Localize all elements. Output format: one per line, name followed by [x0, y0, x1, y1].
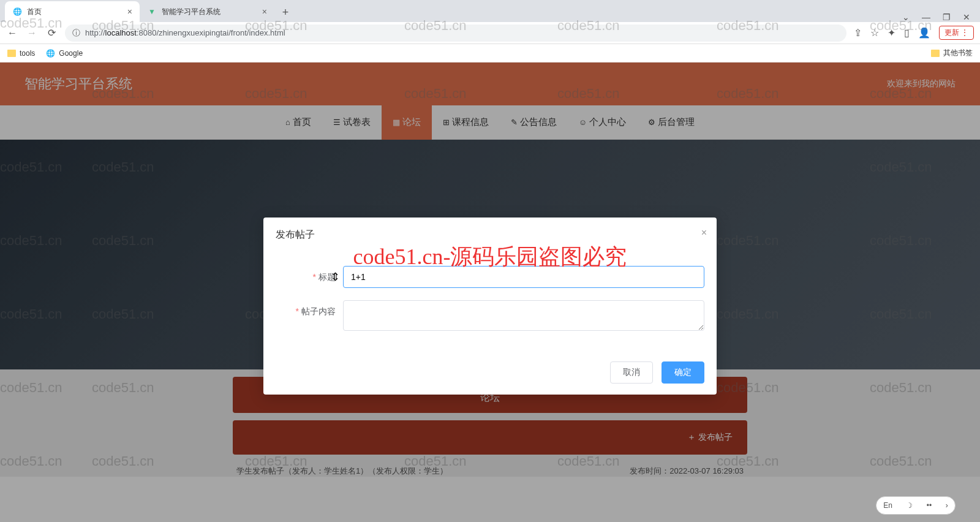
back-button[interactable]: ← — [6, 28, 18, 39]
puzzle-icon[interactable]: ✦ — [888, 27, 895, 39]
browser-toolbar: ← → ⟳ ⓘ http://localhost:8080/zhinengxue… — [0, 22, 980, 44]
bookmark-google[interactable]: 🌐 Google — [46, 49, 83, 58]
browser-tab-2[interactable]: ▼ 智能学习平台系统 × — [140, 1, 274, 22]
reload-button[interactable]: ⟳ — [45, 27, 58, 39]
close-icon[interactable]: × — [127, 7, 132, 17]
vue-icon: ▼ — [147, 7, 157, 17]
folder-icon — [931, 50, 940, 57]
cancel-button[interactable]: 取消 — [610, 361, 653, 384]
url-text: http://localhost:8080/zhinengxuexipingta… — [85, 28, 285, 37]
reader-icon[interactable]: ▯ — [904, 27, 910, 39]
form-row-content: *帖子内容 — [276, 300, 704, 331]
bookmark-other[interactable]: 其他书签 — [931, 48, 973, 58]
browser-tabs-bar: 🌐 首页 × ▼ 智能学习平台系统 × + ⌄ — ❐ ✕ — [0, 0, 980, 22]
new-tab-button[interactable]: + — [277, 4, 294, 21]
globe-icon: 🌐 — [12, 7, 22, 17]
title-input[interactable] — [343, 266, 704, 288]
ime-toolbar[interactable]: En ☽ •• › — [876, 496, 956, 515]
globe-icon: 🌐 — [46, 49, 55, 58]
chevron-down-icon[interactable]: ⌄ — [902, 12, 910, 22]
publish-post-dialog: 发布帖子 × *标题 *帖子内容 取消 确定 — [263, 218, 717, 395]
forward-button: → — [26, 28, 38, 39]
dialog-title: 发布帖子 — [276, 229, 315, 240]
form-row-title: *标题 — [276, 266, 704, 288]
bookmarks-bar: tools 🌐 Google 其他书签 — [0, 44, 980, 62]
tab-title: 首页 — [27, 7, 42, 17]
moon-icon[interactable]: ☽ — [906, 501, 913, 510]
update-button[interactable]: 更新 ⋮ — [939, 26, 974, 40]
tab-title: 智能学习平台系统 — [162, 7, 221, 17]
confirm-button[interactable]: 确定 — [662, 361, 704, 384]
maximize-button[interactable]: ❐ — [943, 12, 951, 22]
dialog-body: *标题 *帖子内容 — [263, 248, 717, 355]
profile-icon[interactable]: 👤 — [918, 27, 930, 39]
close-window-button[interactable]: ✕ — [963, 12, 970, 22]
arrow-icon[interactable]: › — [946, 501, 948, 510]
extension-icons: ⇪ ☆ ✦ ▯ 👤 更新 ⋮ — [854, 26, 974, 40]
close-icon[interactable]: × — [262, 7, 267, 17]
address-bar[interactable]: ⓘ http://localhost:8080/zhinengxuexiping… — [65, 25, 846, 42]
bookmark-tools[interactable]: tools — [7, 49, 35, 58]
content-label: *帖子内容 — [276, 300, 343, 322]
title-label: *标题 — [276, 266, 343, 288]
folder-icon — [7, 50, 16, 57]
content-textarea[interactable] — [343, 300, 704, 331]
info-icon[interactable]: ⓘ — [72, 28, 80, 39]
browser-tab-1[interactable]: 🌐 首页 × — [5, 1, 140, 22]
dialog-footer: 取消 确定 — [263, 355, 717, 395]
close-icon[interactable]: × — [701, 227, 707, 238]
dialog-header: 发布帖子 × — [263, 218, 717, 248]
window-controls: ⌄ — ❐ ✕ — [892, 12, 980, 22]
star-icon[interactable]: ☆ — [870, 27, 879, 39]
minimize-button[interactable]: — — [922, 12, 930, 22]
dots-icon[interactable]: •• — [927, 501, 932, 510]
ime-lang[interactable]: En — [883, 501, 892, 510]
share-icon[interactable]: ⇪ — [854, 27, 862, 39]
